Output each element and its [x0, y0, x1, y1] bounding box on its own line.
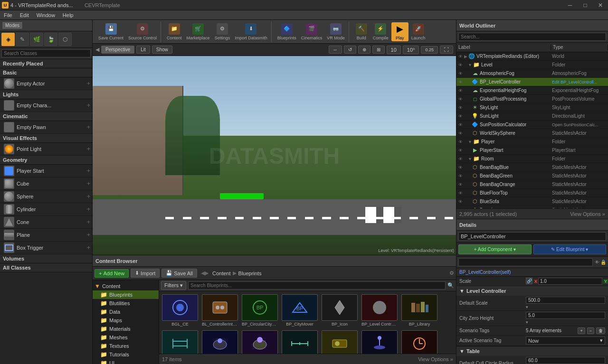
- active-scenario-dropdown[interactable]: Now ▾: [526, 336, 605, 345]
- add-component-button[interactable]: + Add Component ▾: [458, 244, 532, 254]
- wo-item-atmo-fog[interactable]: 👁 ☁ AtmosphericFog AtmosphericFog: [456, 69, 608, 78]
- folder-materials[interactable]: 📁 Materials: [93, 325, 159, 333]
- tags-add[interactable]: +: [578, 327, 585, 334]
- place-icon-paint[interactable]: ✎: [16, 33, 29, 46]
- path-segment-blueprints[interactable]: Blueprints: [238, 271, 262, 276]
- city-zero-height-input[interactable]: [526, 312, 605, 319]
- vp-tool-snap[interactable]: ⊞: [372, 46, 385, 54]
- folder-blueprints[interactable]: 📁 Blueprints: [93, 290, 159, 299]
- empty-actor-add[interactable]: +: [87, 80, 90, 87]
- place-item-sphere[interactable]: Sphere +: [0, 190, 92, 203]
- vp-tool-rotate[interactable]: ↺: [344, 46, 356, 54]
- import-datasmith-button[interactable]: ⬇ Import Datasmith: [233, 22, 269, 41]
- asset-bl-controller[interactable]: BL_ControllerInteractor Interface: [201, 293, 239, 327]
- component-name-input[interactable]: [458, 232, 606, 241]
- category-geometry[interactable]: Geometry: [0, 156, 92, 165]
- folder-meshes[interactable]: 📁 Meshes: [93, 333, 159, 342]
- vp-maximize[interactable]: ⛶: [440, 46, 453, 54]
- filters-label[interactable]: Filters ▾: [161, 281, 186, 290]
- lit-button[interactable]: Lit: [136, 46, 150, 54]
- asset-bp-line-table[interactable]: BP_LineTable HeightChanger: [161, 329, 199, 354]
- wo-item-global-pp[interactable]: 👁 □ GlobalPostProcessing PostProcessVolu…: [456, 95, 608, 103]
- save-all-button[interactable]: 💾 Save All: [162, 269, 197, 278]
- wo-item-player-folder[interactable]: 👁 ▼ 📁 Player Folder: [456, 138, 608, 146]
- vp-rotation-snap[interactable]: 10°: [403, 46, 419, 54]
- compile-button[interactable]: ⚡ Compile: [371, 22, 390, 41]
- asset-bp-circular[interactable]: BP BP_CircularCityTransformer: [241, 293, 279, 327]
- scale-x-input[interactable]: [538, 278, 602, 285]
- wo-item-sun-pos[interactable]: 👁 🔷 SunPositionCalculator Open SunPositi…: [456, 121, 608, 129]
- cinematics-button[interactable]: 🎬 Cinematics: [299, 22, 324, 41]
- blueprints-button[interactable]: 🔷 Blueprints: [276, 22, 298, 41]
- wo-eye-bp-lc[interactable]: 👁: [456, 80, 464, 84]
- wo-eye-beanbag-orange[interactable]: 👁: [456, 182, 464, 187]
- cb-view-options-icon[interactable]: ⚙: [449, 270, 454, 276]
- folder-blutilities[interactable]: 📁 Blutilities: [93, 299, 159, 308]
- det-eye-icon[interactable]: 👁: [595, 260, 599, 265]
- wo-item-world[interactable]: 👁 ▶ 🌐 VRTemplateRedlands (Editor) World: [456, 52, 608, 61]
- place-item-point-light[interactable]: Point Light +: [0, 143, 92, 156]
- wo-eye-beanbag-blue[interactable]: 👁: [456, 165, 464, 170]
- place-item-cylinder[interactable]: Cylinder +: [0, 203, 92, 216]
- edit-blueprint-button[interactable]: ✎ Edit Blueprint ▾: [533, 244, 607, 254]
- default-scale-input[interactable]: [526, 297, 605, 304]
- wo-item-skylight[interactable]: 👁 ☀ SkyLight SkyLight: [456, 103, 608, 112]
- sphere-add[interactable]: +: [87, 193, 90, 200]
- place-icon-select[interactable]: ◈: [1, 33, 15, 46]
- launch-button[interactable]: 🚀 Launch: [409, 22, 428, 41]
- section-header-table[interactable]: ▼ Table: [456, 346, 608, 356]
- vp-tool-scale[interactable]: ⊕: [358, 46, 370, 54]
- wo-item-room-folder[interactable]: 👁 ▼ 📁 Room Folder: [456, 155, 608, 163]
- empty-pawn-add[interactable]: +: [87, 124, 90, 131]
- scale-lock[interactable]: 🔗: [526, 278, 532, 284]
- asset-bp-scenario-switcher[interactable]: BP_Scenario Switcher: [321, 329, 359, 354]
- add-new-button[interactable]: + Add New: [95, 269, 129, 278]
- box-trigger-add[interactable]: +: [87, 244, 90, 251]
- perspective-button[interactable]: Perspective: [101, 46, 134, 54]
- place-item-empty-char[interactable]: Empty Chara... +: [0, 99, 92, 112]
- menu-window[interactable]: Window: [33, 10, 59, 20]
- asset-bp-teleportation[interactable]: BP_Teleportation Target: [361, 329, 399, 354]
- place-item-plane[interactable]: Plane +: [0, 229, 92, 242]
- tags-remove[interactable]: −: [587, 327, 594, 334]
- content-search-input[interactable]: [188, 281, 446, 289]
- menu-help[interactable]: Help: [59, 10, 77, 20]
- wo-item-bp-level-controller[interactable]: 👁 🔷 BP_LevelController Edit BP_LevelCont…: [456, 78, 608, 86]
- empty-char-add[interactable]: +: [87, 102, 90, 109]
- place-item-cone[interactable]: Cone +: [0, 216, 92, 229]
- save-current-button[interactable]: 💾 Save Current: [96, 22, 125, 41]
- cone-add[interactable]: +: [87, 219, 90, 225]
- wo-item-blue-floor[interactable]: 👁 ⬡ BlueFloorTop StaticMeshActor: [456, 189, 608, 197]
- category-cinematic[interactable]: Cinematic: [0, 112, 92, 121]
- det-lock-icon[interactable]: 🔒: [600, 260, 606, 265]
- place-item-cube[interactable]: Cube +: [0, 177, 92, 190]
- section-header-level-controller-1[interactable]: ▼ Level Controller: [456, 286, 608, 296]
- content-button[interactable]: 📁 Content: [165, 22, 184, 41]
- vp-camera-speed[interactable]: 0.25: [421, 46, 438, 54]
- wo-eye-world-sky[interactable]: 👁: [456, 131, 464, 136]
- vp-grid-size[interactable]: 10: [387, 46, 401, 54]
- wo-eye-sunlight[interactable]: 👁: [456, 114, 464, 119]
- wo-item-beanbag-blue[interactable]: 👁 ⬡ BeanBagBlue StaticMeshActor: [456, 163, 608, 172]
- place-icon-leaf[interactable]: 🍃: [44, 33, 57, 46]
- wo-item-level[interactable]: 👁 ▼ 📁 Level Folder: [456, 61, 608, 69]
- play-button[interactable]: ▶ Play: [391, 22, 408, 41]
- marketplace-button[interactable]: 🛒 Marketplace: [185, 22, 212, 41]
- wo-eye-beanbag-green[interactable]: 👁: [456, 174, 464, 178]
- close-button[interactable]: ✕: [593, 0, 608, 10]
- wo-eye-skylight[interactable]: 👁: [456, 105, 464, 110]
- import-button[interactable]: ⬇ Import: [131, 269, 160, 278]
- category-volumes[interactable]: Volumes: [0, 254, 92, 263]
- wo-item-blue-sofa[interactable]: 👁 ⬡ BlueSofa StaticMeshActor: [456, 197, 608, 206]
- menu-edit[interactable]: Edit: [16, 10, 33, 20]
- asset-bp-city-mover[interactable]: BP BP_CityMover: [281, 293, 319, 327]
- asset-bgl-ce[interactable]: BGL_CE: [161, 293, 199, 327]
- viewport[interactable]: DATASMITH Level: VRTemplateRedlands(Pers…: [93, 56, 456, 255]
- path-segment-content[interactable]: Content: [212, 271, 231, 276]
- folder-data[interactable]: 📁 Data: [93, 308, 159, 316]
- asset-bp-icon[interactable]: BP_Icon: [321, 293, 359, 327]
- wo-item-beanbag-orange[interactable]: 👁 ⬡ BeanBagOrange StaticMeshActor: [456, 180, 608, 189]
- place-icon-tree[interactable]: 🌿: [30, 33, 43, 46]
- details-search-input[interactable]: [458, 258, 593, 266]
- wo-eye-sun-pos[interactable]: 👁: [456, 122, 464, 127]
